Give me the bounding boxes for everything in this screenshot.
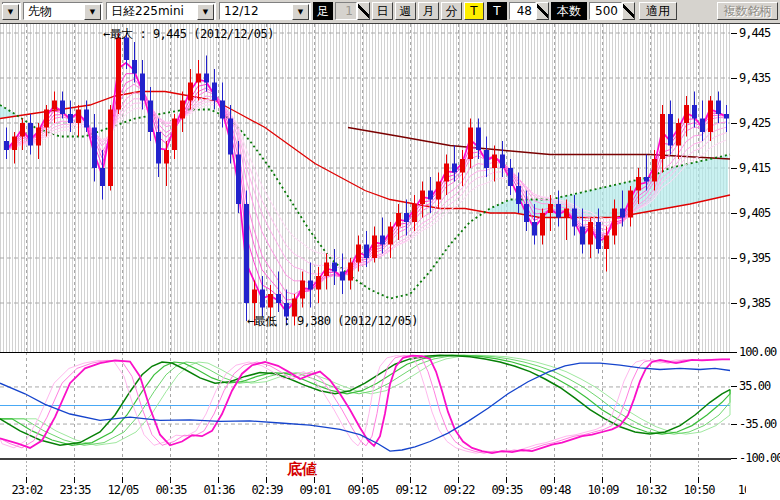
bar-count-label: 本数 — [551, 2, 587, 20]
contract-month-value: 12/12 — [224, 4, 259, 18]
axis-grid-stub — [362, 461, 363, 476]
axis-grid-stub — [602, 461, 603, 476]
axis-grid-stub — [26, 461, 27, 476]
bottom-price-label: 底値 — [287, 460, 317, 479]
tick-size-input[interactable]: 48 — [509, 2, 536, 20]
time-axis-label: 01:36 — [196, 483, 242, 497]
time-axis-label: 10: — [724, 483, 746, 497]
time-axis-label: 09:01 — [292, 483, 338, 497]
time-axis-label: 23:35 — [52, 483, 98, 497]
time-axis-label: 10:50 — [676, 483, 722, 497]
price-axis-label: 9,395 — [739, 251, 770, 265]
market-select[interactable]: 先物 ▼ — [23, 2, 103, 20]
osc-axis-label: -35.00 — [739, 417, 776, 431]
time-axis-label: 23:02 — [4, 483, 50, 497]
time-axis-label: 09:22 — [436, 483, 482, 497]
axis-grid-stub — [698, 461, 699, 476]
axis-grid-stub — [554, 461, 555, 476]
axis-grid-stub — [266, 461, 267, 476]
max-price-annotation: ←最大 : 9,445 (2012/12/05) — [103, 26, 274, 43]
axis-tick — [731, 33, 737, 34]
period-minute-button[interactable]: 分 — [441, 2, 462, 20]
time-axis-label: 12/05 — [100, 483, 146, 497]
axis-tick — [731, 424, 737, 425]
time-axis-label: 09:48 — [532, 483, 578, 497]
axis-grid-stub — [74, 461, 75, 476]
oscillator-chart — [0, 352, 732, 460]
time-axis-label: 09:35 — [484, 483, 530, 497]
axis-tick — [731, 213, 737, 214]
candlestick-chart — [0, 24, 732, 352]
axis-tick — [731, 386, 737, 387]
time-axis-label: 00:35 — [148, 483, 194, 497]
axis-tick — [731, 303, 737, 304]
chevron-down-icon[interactable]: ▼ — [292, 4, 309, 20]
axis-grid-stub — [314, 461, 315, 476]
chevron-down-icon[interactable]: ▼ — [2, 4, 19, 20]
apply-button[interactable]: 適用 — [639, 2, 677, 20]
main-chart-plot[interactable] — [0, 24, 732, 352]
time-axis-label: 02:39 — [244, 483, 290, 497]
chart-app: ▼ 先物 ▼ 日経225mini ▼ 12/12 ▼ 足 1 日 週 月 分 T… — [0, 0, 780, 500]
osc-blue-line — [0, 363, 730, 451]
time-axis-label: 10:32 — [628, 483, 674, 497]
bar-interval-input[interactable]: 1 — [335, 2, 357, 20]
bar-interval-spinner-icon[interactable] — [357, 2, 370, 20]
time-axis-label: 10:09 — [580, 483, 626, 497]
osc-pink-lines — [0, 356, 730, 454]
mini-dropdown[interactable]: ▼ — [2, 2, 21, 20]
axis-grid-stub — [170, 461, 171, 476]
chevron-down-icon[interactable]: ▼ — [197, 4, 214, 20]
axis-grid-stub — [410, 461, 411, 476]
axis-grid-stub — [650, 461, 651, 476]
axis-tick — [731, 458, 737, 459]
symbol-select[interactable]: 日経225mini ▼ — [106, 2, 216, 20]
price-axis-label: 9,425 — [739, 116, 770, 130]
bar-count-spinner-icon[interactable] — [622, 2, 635, 20]
axis-grid-stub — [122, 461, 123, 476]
axis-tick — [731, 258, 737, 259]
x-axis: 底値 23:0223:3512/0500:3501:3602:3909:0109… — [0, 460, 746, 500]
price-axis-label: 9,445 — [739, 26, 770, 40]
tick-size-spinner-icon[interactable] — [536, 2, 549, 20]
period-day-button[interactable]: 日 — [372, 2, 393, 20]
period-week-button[interactable]: 週 — [395, 2, 416, 20]
y-axis: 9,4459,4359,4259,4159,4059,3959,385100.0… — [731, 24, 780, 460]
osc-axis-label: 35.00 — [739, 379, 770, 393]
period-tick-button[interactable]: T — [464, 2, 484, 20]
chevron-down-icon[interactable]: ▼ — [84, 4, 101, 20]
multi-symbol-button[interactable]: 複数銘柄 — [717, 2, 778, 20]
osc-axis-label: 100.00 — [739, 345, 776, 359]
axis-grid-stub — [506, 461, 507, 476]
axis-tick — [731, 168, 737, 169]
axis-grid-stub — [218, 461, 219, 476]
bar-count-input[interactable]: 500 — [589, 2, 622, 20]
price-axis-label: 9,405 — [739, 206, 770, 220]
time-axis-label: 09:05 — [340, 483, 386, 497]
axis-grid-stub — [458, 461, 459, 476]
tick-size-label: T — [487, 2, 507, 20]
contract-month-select[interactable]: 12/12 ▼ — [219, 2, 311, 20]
min-price-annotation: ←最低 : 9,380 (2012/12/05) — [247, 313, 418, 330]
axis-tick — [731, 78, 737, 79]
market-select-value: 先物 — [28, 3, 52, 20]
candles-layer — [4, 33, 729, 326]
axis-tick — [731, 123, 737, 124]
symbol-select-value: 日経225mini — [111, 3, 184, 20]
price-axis-label: 9,415 — [739, 161, 770, 175]
bar-type-label: 足 — [313, 2, 333, 20]
price-axis-label: 9,385 — [739, 296, 770, 310]
oscillator-plot[interactable] — [0, 352, 732, 460]
toolbar: ▼ 先物 ▼ 日経225mini ▼ 12/12 ▼ 足 1 日 週 月 分 T… — [0, 0, 780, 24]
axis-tick — [731, 352, 737, 353]
price-axis-label: 9,435 — [739, 71, 770, 85]
period-month-button[interactable]: 月 — [418, 2, 439, 20]
time-axis-label: 09:12 — [388, 483, 434, 497]
